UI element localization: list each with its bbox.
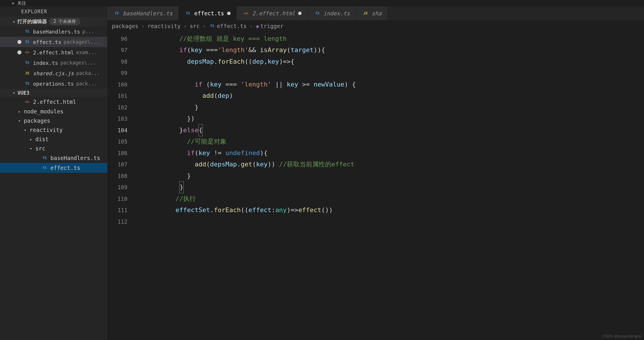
breadcrumb-part[interactable]: src — [190, 23, 200, 29]
code-line[interactable]: }) — [133, 113, 644, 125]
modified-dot-icon — [17, 40, 21, 44]
editor-tab[interactable]: JSsha — [356, 6, 388, 20]
code-content[interactable]: //处理数组 就是 key === length if(key ==='leng… — [133, 32, 644, 340]
breadcrumb-part[interactable]: trigger — [260, 23, 283, 29]
line-number: 97 — [107, 45, 127, 56]
open-editor-item[interactable]: TSindex.tspackages\... — [0, 58, 107, 68]
open-editor-item[interactable]: TSbaseHandlers.tsp... — [0, 26, 107, 37]
file-name: operations.ts — [33, 81, 74, 87]
top-bar: + 关注 — [0, 0, 644, 6]
code-line[interactable]: if(key ==='length'&& isArray(target)){ — [133, 45, 644, 56]
breadcrumb-part[interactable]: packages — [112, 23, 138, 29]
tab-label: baseHandlers.ts — [123, 10, 173, 16]
code-line[interactable]: } — [133, 182, 644, 193]
tree-item-label: node_modules — [24, 108, 63, 115]
file-type-icon: TS — [209, 23, 216, 30]
tree-item[interactable]: ▾reactivity — [0, 125, 107, 135]
file-name: baseHandlers.ts — [33, 29, 80, 35]
code-line[interactable]: depsMap.forEach((dep,key)=>{ — [133, 56, 644, 67]
modified-dot-icon — [298, 12, 302, 15]
code-line[interactable]: //执行 — [133, 193, 644, 205]
chevron-icon: ▾ — [29, 146, 33, 151]
modified-dot-icon — [17, 50, 21, 54]
explorer-title: EXPLORER — [0, 6, 107, 17]
file-path: packages\... — [61, 60, 96, 66]
code-line[interactable]: }else{ — [133, 124, 644, 136]
code-line[interactable]: //可能是对象 — [133, 136, 644, 148]
code-line[interactable] — [133, 216, 644, 227]
editor-tab[interactable]: TSeffect.ts — [179, 6, 237, 20]
code-line[interactable] — [133, 67, 644, 79]
editor-tabs: TSbaseHandlers.tsTSeffect.ts<>2.effect.h… — [107, 6, 644, 20]
tree-item[interactable]: ▾packages — [0, 116, 107, 125]
tab-label: effect.ts — [194, 10, 224, 16]
file-path: packages\... — [64, 39, 99, 45]
follow-button[interactable]: 关注 — [17, 1, 26, 6]
line-number: 98 — [107, 56, 127, 67]
code-line[interactable]: add(depsMap.get(key)) //获取当前属性的effect — [133, 159, 644, 170]
code-line[interactable]: add(dep) — [133, 90, 644, 102]
open-editors-header[interactable]: ▾ 打开的编辑器 2 个未保存 — [0, 17, 107, 26]
editor-tab[interactable]: TSindex.ts — [308, 6, 356, 20]
watermark: CSDN @youyoufenglai — [602, 334, 641, 338]
file-name: effect.ts — [33, 39, 61, 45]
line-number: 109 — [107, 182, 127, 193]
file-name: index.ts — [33, 60, 58, 66]
breadcrumb[interactable]: packages›reactivity›src›TSeffect.ts›◈tri… — [107, 20, 644, 32]
tree-item-label: baseHandlers.ts — [50, 155, 100, 161]
file-type-icon: TS — [41, 155, 48, 161]
tree-item-label: effect.ts — [50, 165, 80, 171]
line-number: 106 — [107, 147, 127, 159]
chevron-right-icon: › — [183, 23, 187, 29]
project-header[interactable]: ▾ VUE3 — [0, 89, 107, 97]
unsaved-badge: 2 个未保存 — [49, 18, 80, 25]
chevron-icon: ▸ — [29, 137, 33, 141]
editor-tab[interactable]: TSbaseHandlers.ts — [107, 6, 179, 20]
code-line[interactable]: if(key != undefined){ — [133, 147, 644, 159]
tree-item[interactable]: ▸dist — [0, 135, 107, 144]
editor-area: TSbaseHandlers.tsTSeffect.ts<>2.effect.h… — [107, 6, 644, 340]
code-line[interactable]: } — [133, 170, 644, 182]
line-number: 100 — [107, 79, 127, 90]
file-name: 2.effect.html — [33, 49, 74, 56]
code-line[interactable]: effectSet.forEach((effect:any)=>effect()… — [133, 205, 644, 216]
tree-item[interactable]: <>2.effect.html — [0, 97, 107, 107]
file-tree: <>2.effect.html▸node_modules▾packages▾re… — [0, 97, 107, 173]
code-line[interactable]: if (key === 'length' || key >= newValue)… — [133, 79, 644, 90]
line-number: 101 — [107, 90, 127, 102]
chevron-right-icon: › — [141, 23, 145, 29]
line-number: 111 — [107, 205, 127, 216]
file-type-icon: TS — [113, 10, 120, 17]
line-number: 103 — [107, 113, 127, 125]
breadcrumb-part[interactable]: effect.ts — [217, 23, 247, 29]
modified-dot-icon — [227, 12, 231, 15]
tree-item[interactable]: TSbaseHandlers.ts — [0, 153, 107, 163]
file-type-icon: TS — [41, 164, 48, 171]
breadcrumb-part[interactable]: reactivity — [147, 23, 180, 29]
open-editor-item[interactable]: TSoperations.tspack... — [0, 78, 107, 89]
tree-item[interactable]: TSeffect.ts — [0, 163, 107, 173]
open-editor-item[interactable]: JSshared.cjs.jspacka... — [0, 68, 107, 78]
line-number: 110 — [107, 193, 127, 205]
chevron-icon: ▾ — [17, 119, 21, 123]
main-layout: EXPLORER ▾ 打开的编辑器 2 个未保存 TSbaseHandlers.… — [0, 6, 644, 340]
chevron-icon: ▾ — [23, 128, 27, 132]
add-icon[interactable]: + — [12, 1, 14, 6]
tab-label: index.ts — [323, 10, 350, 16]
tree-item[interactable]: ▸node_modules — [0, 107, 107, 116]
tree-item-label: src — [35, 145, 45, 152]
line-number: 99 — [107, 67, 127, 79]
code-line[interactable]: } — [133, 102, 644, 113]
editor-tab[interactable]: <>2.effect.html — [237, 6, 308, 20]
line-gutter: 9697989910010110210310410510610710810911… — [107, 32, 133, 340]
file-type-icon: TS — [24, 59, 31, 66]
chevron-down-icon: ▾ — [13, 19, 15, 24]
file-type-icon: TS — [24, 28, 31, 35]
chevron-right-icon: › — [250, 23, 253, 29]
tree-item[interactable]: ▾src — [0, 144, 107, 153]
code-line[interactable]: //处理数组 就是 key === length — [133, 33, 644, 45]
file-type-icon: TS — [24, 38, 31, 45]
open-editor-item[interactable]: TSeffect.tspackages\... — [0, 37, 107, 47]
open-editor-item[interactable]: <>2.effect.htmlexam... — [0, 47, 107, 58]
code-area[interactable]: 9697989910010110210310410510610710810911… — [107, 32, 644, 340]
